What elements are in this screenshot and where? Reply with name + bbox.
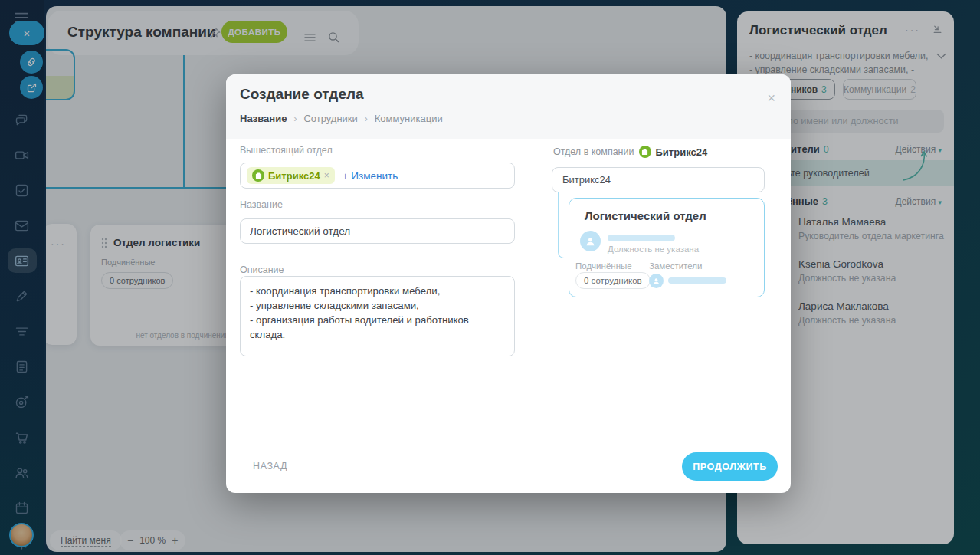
change-parent-link[interactable]: + Изменить (343, 170, 398, 182)
step-employees[interactable]: Сотрудники (303, 113, 357, 124)
deputy-avatar-placeholder (649, 274, 664, 288)
preview-connector (558, 192, 569, 258)
manager-avatar-placeholder (580, 231, 601, 251)
parent-department-label: Вышестоящий отдел (240, 145, 333, 156)
preview-card-title: Логистический отдел (585, 209, 706, 222)
continue-button[interactable]: ПРОДОЛЖИТЬ (682, 452, 778, 481)
back-button[interactable]: НАЗАД (253, 461, 287, 471)
bitrix24-icon (639, 146, 651, 158)
manager-name-placeholder (608, 235, 675, 241)
company-row: Отдел в компании Битрикс24 (553, 146, 707, 158)
deputy-name-placeholder (668, 278, 726, 284)
description-textarea[interactable]: - координация транспортировки мебели, - … (240, 276, 515, 356)
parent-department-field[interactable]: Битрикс24 × + Изменить (240, 163, 515, 189)
preview-employees-pill: 0 сотрудников (575, 272, 651, 289)
modal-steps: Название › Сотрудники › Коммуникации (240, 113, 443, 124)
create-department-modal: Создание отдела × Название › Сотрудники … (226, 74, 791, 493)
department-preview-card: Логистический отдел Должность не указана… (569, 198, 765, 297)
position-placeholder: Должность не указана (608, 245, 699, 254)
bitrix24-icon (252, 169, 264, 182)
name-label: Название (240, 199, 283, 210)
modal-title: Создание отдела (240, 86, 364, 103)
step-communications[interactable]: Коммуникации (375, 113, 443, 124)
remove-chip-icon[interactable]: × (324, 170, 329, 181)
preview-subordinates-label: Подчинённые (575, 261, 632, 271)
company-chip[interactable]: Битрикс24 × (247, 167, 335, 184)
description-label: Описание (240, 264, 284, 275)
close-icon[interactable]: × (767, 91, 775, 105)
modal-header (226, 74, 791, 139)
department-name-input[interactable] (240, 218, 515, 244)
step-name[interactable]: Название (240, 113, 287, 124)
preview-deputies-label: Заместители (649, 261, 702, 271)
root-company-box[interactable]: Битрикс24 (552, 167, 765, 192)
